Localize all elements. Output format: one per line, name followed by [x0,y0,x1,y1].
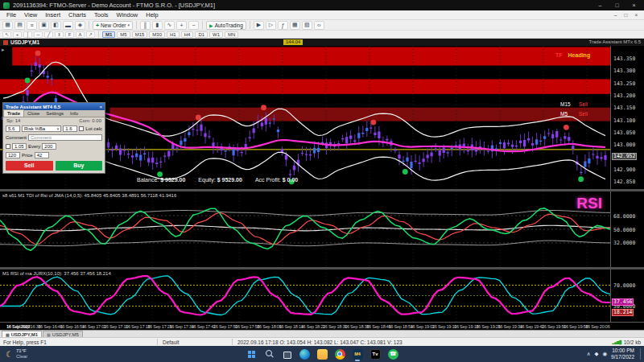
taskbar-weather-widget[interactable]: ☾ 71°F Clear [0,346,33,362]
new-chart-icon[interactable]: ▦ [2,21,13,30]
timeframe-button-h4[interactable]: H4 [181,31,194,38]
trade-panel-tab-settings[interactable]: Settings [43,110,67,117]
vertical-line-icon[interactable]: │ [23,31,32,38]
sell-button[interactable]: Sell [6,161,53,171]
indicator-level-label: 50.0000 [613,227,635,233]
timeframe-button-h1[interactable]: H1 [167,31,180,38]
arrow-tool-icon[interactable]: ↗ [86,31,95,38]
trade-panel-close-icon[interactable]: × [99,105,102,109]
line-chart-icon[interactable]: ∿ [164,21,175,30]
menu-item-tools[interactable]: Tools [90,11,113,19]
autotrading-button[interactable]: ▶AutoTrading [206,21,246,30]
taskbar-clock[interactable]: 10:00 PM 9/17/2022 [611,348,634,360]
candlestick-chart-icon[interactable]: ▮ [152,21,163,30]
timeframe-button-mn[interactable]: MN [225,31,238,38]
cursor-icon[interactable]: ↖ [2,31,11,38]
timeframe-button-m5[interactable]: M5 [117,31,130,38]
grid-orders-checkbox[interactable] [6,144,10,149]
tdi-indicator-chart[interactable] [0,191,610,267]
timeframe-button-w1[interactable]: W1 [209,31,223,38]
navigator-icon[interactable]: ◧ [51,21,61,30]
price-pane[interactable]: ▸ TF Heading M15SellM5Sell Balance: $ 95… [0,46,610,189]
show-desktop-button[interactable] [640,348,642,360]
strategy-tester-icon[interactable]: ◈ [75,21,85,30]
close-button[interactable]: × [627,0,641,10]
grid-step-input[interactable]: 200 [42,143,56,150]
rsi-band-value-label: 18.214 [612,309,634,316]
timeframe-button-m15[interactable]: M15 [132,31,148,38]
trade-panel-tab-close[interactable]: Close [24,110,43,117]
menu-item-insert[interactable]: Insert [41,11,64,19]
risk-mode-select[interactable]: Risk %Ba ▾ [22,125,61,132]
taskbar-app-explorer[interactable] [315,347,329,361]
menu-item-window[interactable]: Window [113,11,142,19]
text-label-icon[interactable]: A [76,31,85,38]
mdi-minimize-button[interactable]: – [610,12,621,18]
taskbar-app-tradingview[interactable]: Tv [368,347,382,361]
bar-chart-icon[interactable]: ║ [140,21,151,30]
maximize-button[interactable]: □ [610,0,624,10]
distance-input[interactable]: 120 [6,152,20,158]
mdi-restore-button[interactable]: □ [621,12,631,18]
taskbar-app-start[interactable] [244,347,258,361]
comment-row: Comment Comment [3,133,105,142]
terminal-icon[interactable]: ▬ [63,21,73,30]
market-watch-icon[interactable]: ≡ [27,21,37,30]
rsi-indicator-chart[interactable] [0,269,610,322]
fibonacci-icon[interactable]: F [65,31,74,38]
menu-item-help[interactable]: Help [142,11,162,19]
metaeditor-icon[interactable]: ‹› [314,21,324,30]
hidden-icons-icon[interactable]: ∧ [587,351,591,357]
channel-icon[interactable]: ‖ [55,31,64,38]
indicators-icon[interactable]: ƒ [278,21,288,30]
menu-item-charts[interactable]: Charts [64,11,90,19]
network-icon[interactable]: ◆ [594,351,598,357]
minimize-button[interactable]: – [593,0,607,10]
templates-icon[interactable]: ▧ [302,21,312,30]
volume-icon[interactable]: ◉ [602,351,607,357]
lot-size-input[interactable]: 5.6 [6,125,20,132]
tdi-indicator-pane[interactable]: s8 s61 M1 TDI of Rsi of JMA (14,0,5): 45… [0,191,610,267]
comment-input[interactable]: Comment [28,134,102,141]
trade-panel-tab-trade[interactable]: Trade [3,109,24,117]
periods-icon[interactable]: ▦ [290,21,300,30]
chart-tab-usdjpy-m5[interactable]: ▦USDJPY,M5 [43,331,83,337]
taskbar-app-edge[interactable] [297,347,312,361]
tdi-chart-canvas[interactable] [0,191,610,267]
risk-value-input[interactable]: 1.6 [63,125,77,132]
rsi-indicator-pane[interactable]: M1 RSI of ma JURX(10,10): 37.456 37.456 … [0,269,610,322]
taskbar-app-task-view[interactable] [279,347,294,361]
lot-calc-checkbox[interactable] [79,126,84,131]
timeframe-button-m1[interactable]: M1 [102,31,115,38]
trade-panel-tab-info[interactable]: Info [67,110,81,117]
horizontal-line-icon[interactable]: ─ [34,31,43,38]
mt4-icon: M4 [353,349,363,360]
data-window-icon[interactable]: ▣ [39,21,49,30]
taskbar-system-tray: ∧◆◉ 10:00 PM 9/17/2022 [587,346,642,362]
timeframe-button-m30[interactable]: M30 [149,31,165,38]
chart-tab-usdjpy-m1[interactable]: ▦USDJPY,M1 [2,331,42,337]
trendline-icon[interactable]: ╱ [44,31,53,38]
taskbar-app-chat[interactable]: ☎ [386,347,400,361]
one-click-trading-toggle[interactable]: ▸ [2,47,5,53]
crosshair-icon[interactable]: + [13,31,22,38]
chart-window-title-bar[interactable]: USDJPY,M1 144.04 Trade Assistant MTx 6.5 [0,39,644,46]
new-order-button[interactable]: +New Order▾ [93,21,133,30]
mdi-close-button[interactable]: × [631,12,642,18]
timeframe-button-d1[interactable]: D1 [195,31,208,38]
chart-shift-icon[interactable]: ▷ [266,21,276,30]
taskbar-app-chrome[interactable] [332,347,347,361]
zoom-out-icon[interactable]: − [188,21,199,30]
taskbar-app-search[interactable] [262,347,276,361]
zoom-in-icon[interactable]: + [176,21,187,30]
buy-button[interactable]: Buy [56,161,103,171]
rsi-chart-canvas[interactable] [0,269,610,322]
grid-start-input[interactable]: 1.05 [12,143,27,150]
menu-item-view[interactable]: View [20,11,41,19]
chart-profiles-icon[interactable]: ▤ [14,21,25,30]
profile-selector[interactable]: Default [163,339,227,345]
auto-scroll-icon[interactable]: ▶ [254,21,264,30]
menu-item-file[interactable]: File [2,11,20,19]
pips-input[interactable]: 42 [35,152,49,158]
taskbar-app-mt4[interactable]: M4 [350,347,365,361]
